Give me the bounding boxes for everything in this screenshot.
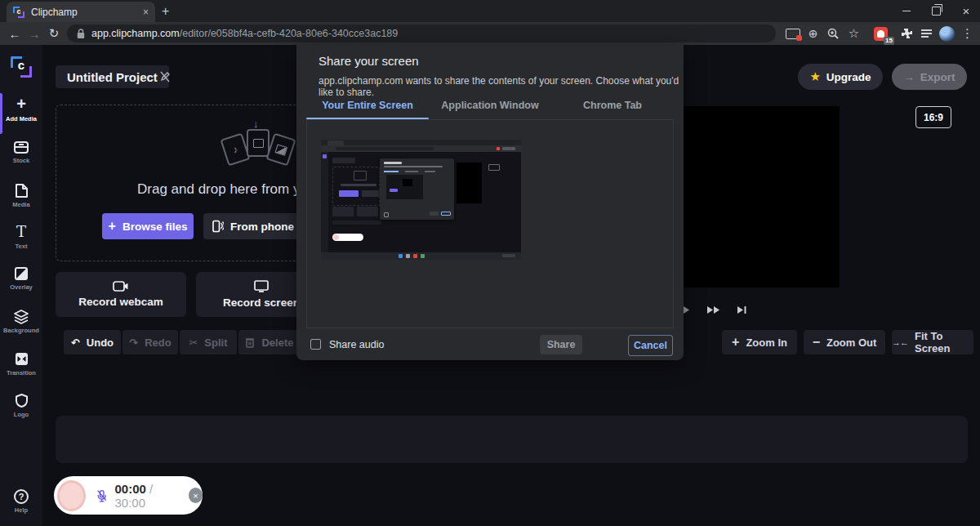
thumbnail-detail [321,152,328,252]
undo-button[interactable]: ↶ Undo [64,330,121,354]
thumbnail-detail [430,212,439,216]
fit-to-screen-button[interactable]: →← Fit To Screen [892,330,973,354]
playlist-extension-icon[interactable] [916,29,937,38]
thumbnail-detail [321,140,521,145]
share-audio-label: Share audio [329,339,384,350]
tab-chrome-tab[interactable]: Chrome Tab [551,91,674,119]
sidebar-item-help[interactable]: ? Help [0,488,42,514]
screen-preview-thumbnail[interactable] [321,140,521,260]
window-restore-icon[interactable] [922,0,950,22]
upgrade-button[interactable]: ★ Upgrade [798,64,883,90]
bookmark-star-icon[interactable]: ☆ [844,26,864,41]
split-button[interactable]: ✂ Split [180,330,237,354]
window-close-icon[interactable]: × [952,0,980,22]
thumbnail-detail [406,254,410,258]
thumbnail-detail [332,221,381,225]
down-arrow-icon: ↓ [253,118,259,130]
fit-arrows-icon: →← [892,337,908,347]
sidebar-item-stock[interactable]: Stock [0,140,42,164]
play-partial-icon[interactable] [683,305,690,314]
thumbnail-detail [502,254,515,257]
url-path: /editor/e058bf4a-cefb-420a-80e6-340cce3a… [180,28,399,39]
zoom-in-icon: + [732,335,739,350]
skip-to-end-icon[interactable] [737,305,746,314]
share-audio-checkbox[interactable] [310,339,321,350]
image-card-icon [265,133,296,167]
browser-menu-icon[interactable]: ⋮ [957,26,978,41]
thumbnail-detail [413,254,417,258]
help-icon: ? [14,489,29,504]
sidebar-item-media[interactable]: Media [0,183,42,208]
logo-shield-icon [15,393,29,408]
browser-frame: c Clipchamp × + × [0,0,980,22]
thumbnail-detail [354,171,367,181]
media-file-icon [15,183,29,198]
share-screen-dialog: Share your screen app.clipchamp.com want… [296,45,684,360]
back-icon[interactable]: ← [5,27,24,41]
webcam-icon [113,281,129,292]
thumbnail-detail [502,147,515,150]
thumbnail-detail [405,171,418,172]
media-cards-icon: ↓ ♪ [222,124,296,175]
music-card-icon: ♪ [220,133,250,167]
split-scissors-icon: ✂ [189,337,198,349]
delete-button[interactable]: Delete [238,330,301,354]
thumbnail-detail [488,164,500,171]
tab-title: Clipchamp [31,7,143,18]
thumbnail-detail [333,234,339,240]
tab-your-entire-screen[interactable]: Your Entire Screen [306,91,429,119]
browser-tab[interactable]: c Clipchamp × [7,2,155,22]
share-button[interactable]: Share [540,335,582,354]
thumbnail-detail [384,171,399,172]
zoom-install-icon[interactable]: ⊕ [803,27,823,40]
sidebar-item-transition[interactable]: Transition [0,351,42,377]
thumbnail-detail [384,162,402,164]
profile-avatar[interactable] [937,26,957,42]
browse-files-button[interactable]: + Browse files [102,213,194,239]
window-minimize-icon[interactable] [893,0,920,22]
redo-button[interactable]: ↷ Redo [122,330,178,354]
tab-application-window[interactable]: Application Window [429,91,551,119]
zoom-out-button[interactable]: − Zoom Out [804,330,885,354]
zoom-in-button[interactable]: + Zoom In [722,330,797,354]
extensions-puzzle-icon[interactable] [896,27,916,40]
timeline-track[interactable] [56,416,968,463]
cancel-button[interactable]: Cancel [628,335,673,356]
record-button[interactable] [57,480,86,511]
sidebar-item-background[interactable]: Background [0,309,42,334]
recorder-time: 00:00 / 30:00 [114,482,180,510]
dialog-title: Share your screen [318,54,419,68]
adblock-extension-icon[interactable]: 15 [871,27,891,41]
sidebar-item-logo[interactable]: Logo [0,393,42,418]
edit-disabled-icon [158,70,172,83]
reload-icon[interactable]: ↻ [44,26,64,41]
recorder-widget: 00:00 / 30:00 × [54,476,203,515]
recorder-close-button[interactable]: × [189,488,203,503]
thumbnail-detail [457,163,482,203]
thumbnail-detail [403,179,412,186]
sidebar-item-text[interactable]: T Text [0,225,42,250]
video-card-icon [247,129,270,157]
background-layers-icon [13,309,29,324]
screen: c Clipchamp × + × ← → ↻ app.clipchamp.co… [0,0,980,526]
screen-share-indicator-icon[interactable] [782,29,803,39]
export-button[interactable]: → Export [892,64,967,90]
fast-forward-icon[interactable] [706,305,720,314]
mic-muted-icon[interactable] [96,488,108,503]
project-title-box[interactable]: Untitled Project [56,65,169,88]
plus-icon: + [109,219,116,234]
zoom-out-icon: − [813,335,820,350]
from-phone-button[interactable]: From phone [203,213,303,239]
sidebar-item-add-media[interactable]: + Add Media [0,96,42,123]
page-zoom-icon[interactable] [823,28,844,40]
address-bar[interactable]: app.clipchamp.com/editor/e058bf4a-cefb-4… [67,25,776,42]
sidebar-item-overlay[interactable]: Overlay [0,266,42,291]
screen-icon [254,280,269,292]
record-webcam-button[interactable]: Record webcam [56,272,186,317]
tab-close-icon[interactable]: × [143,7,149,18]
new-tab-icon[interactable]: + [162,4,169,19]
thumbnail-detail [341,184,376,186]
aspect-ratio-badge[interactable]: 16:9 [915,106,951,128]
clipchamp-logo: c [11,56,32,78]
forward-icon[interactable]: → [24,27,44,41]
